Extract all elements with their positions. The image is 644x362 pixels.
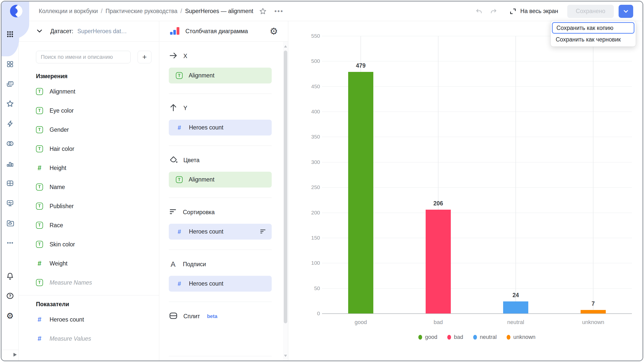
colors-field-chip[interactable]: T Alignment xyxy=(169,172,272,188)
section-filters: Фильтры xyxy=(159,356,283,360)
charts-icon[interactable] xyxy=(5,158,16,169)
breadcrumb-separator: / xyxy=(180,8,182,15)
add-field-button[interactable]: + xyxy=(138,51,151,63)
save-menu-item[interactable]: Сохранить как копию xyxy=(552,22,634,34)
text-field-icon: T xyxy=(176,72,183,79)
scroll-up-arrow[interactable] xyxy=(284,45,287,48)
colors-section-label: Цвета xyxy=(183,157,199,164)
labels-a-icon: A xyxy=(169,260,177,268)
apps-grid-icon[interactable] xyxy=(5,29,16,40)
datasets-circles-icon[interactable] xyxy=(5,138,16,149)
favorites-star-icon[interactable] xyxy=(5,98,16,109)
more-options-icon[interactable]: ••• xyxy=(274,7,284,15)
more-ellipsis-icon[interactable] xyxy=(5,237,16,248)
measures-list: # Heroes count # Measure Values xyxy=(36,310,151,348)
bell-icon[interactable] xyxy=(5,270,16,282)
chart-settings-gear-icon[interactable]: ⚙ xyxy=(270,27,278,36)
breadcrumb-item[interactable]: Коллекции и воркбуки xyxy=(39,8,98,15)
save-menu-item[interactable]: Сохранить как черновик xyxy=(552,34,634,45)
collapse-arrow-icon[interactable] xyxy=(12,351,18,359)
breadcrumb-item[interactable]: SuperHeroes — alignment xyxy=(185,8,253,15)
y-field-chip[interactable]: # Heroes count xyxy=(169,120,272,135)
dashboards-icon[interactable] xyxy=(5,59,16,70)
labels-section-label: Подписи xyxy=(183,261,206,268)
cloud-folder-icon[interactable] xyxy=(5,217,16,229)
legend-item-neutral[interactable]: neutral xyxy=(473,334,497,340)
dataset-field[interactable]: T Name xyxy=(36,177,151,197)
bar-chart-type-icon[interactable] xyxy=(169,25,180,38)
dataset-field[interactable]: # Weight xyxy=(36,254,151,273)
chart-legend: goodbadneutralunknown xyxy=(289,334,643,340)
y-axis-tick-label: 500 xyxy=(300,58,320,64)
arrow-right-icon xyxy=(169,51,178,61)
sort-section-label: Сортировка xyxy=(183,209,215,216)
dataset-field[interactable]: # Measure Values xyxy=(36,329,151,348)
dataset-label: Датасет: xyxy=(50,28,73,35)
x-axis-category-label: unknown xyxy=(568,319,618,326)
bar-neutral[interactable] xyxy=(503,301,528,313)
bar-good[interactable] xyxy=(348,72,373,313)
fullscreen-control[interactable]: На весь экран xyxy=(509,8,558,15)
y-axis-tick-label: 550 xyxy=(300,33,320,39)
chart-config-panel: Столбчатая диаграмма ⚙ X T Alignment Y xyxy=(159,21,288,360)
dataset-field[interactable]: T Publisher xyxy=(36,197,151,216)
sort-descending-icon[interactable] xyxy=(259,228,267,236)
text-field-icon: T xyxy=(36,279,43,286)
dataset-field[interactable]: T Hair color xyxy=(36,139,151,158)
dataset-field[interactable]: T Race xyxy=(36,216,151,235)
field-label: Heroes count xyxy=(50,316,84,323)
labels-field-chip[interactable]: # Heroes count xyxy=(169,276,272,292)
redo-icon[interactable] xyxy=(490,8,497,15)
dataset-field[interactable]: T Skin color xyxy=(36,235,151,254)
top-bar: Коллекции и воркбуки/Практические руково… xyxy=(2,2,642,21)
number-field-icon: # xyxy=(176,280,183,287)
dataset-name-link[interactable]: SuperHeroes dat… xyxy=(77,28,127,35)
legend-dot xyxy=(507,335,510,340)
field-label: Skin color xyxy=(50,241,75,248)
section-sort: Сортировка # Heroes count xyxy=(159,198,283,250)
monitoring-icon[interactable] xyxy=(5,198,16,209)
save-menu-button[interactable] xyxy=(619,5,633,18)
tables-icon[interactable] xyxy=(5,178,16,189)
collections-icon[interactable] xyxy=(5,78,16,89)
dataset-field[interactable]: T Alignment xyxy=(36,82,151,101)
field-search-input[interactable] xyxy=(36,51,131,63)
favorite-star-icon[interactable] xyxy=(259,7,267,15)
legend-item-bad[interactable]: bad xyxy=(447,334,463,340)
text-field-icon: T xyxy=(36,126,43,133)
undo-icon[interactable] xyxy=(475,8,482,15)
bar-bad[interactable] xyxy=(426,210,451,313)
config-sections: X T Alignment Y # Heroes count xyxy=(159,42,283,360)
dataset-field[interactable]: T Measure Names xyxy=(36,273,151,292)
bar-unknown[interactable] xyxy=(581,310,606,313)
scrollbar-thumb[interactable] xyxy=(284,51,287,323)
config-scrollbar[interactable] xyxy=(283,42,288,360)
text-field-icon: T xyxy=(36,107,43,114)
scroll-down-arrow[interactable] xyxy=(284,355,287,357)
field-label: Publisher xyxy=(50,203,74,210)
number-field-icon: # xyxy=(36,260,43,267)
dataset-field[interactable]: T Gender xyxy=(36,120,151,139)
x-field-chip[interactable]: T Alignment xyxy=(169,68,272,83)
dataset-field[interactable]: T Eye color xyxy=(36,101,151,120)
section-colors: Цвета T Alignment xyxy=(159,146,283,198)
legend-item-good[interactable]: good xyxy=(418,334,437,340)
dataset-field[interactable]: # Height xyxy=(36,158,151,177)
chart-type-label[interactable]: Столбчатая диаграмма xyxy=(185,28,270,35)
dataset-header[interactable]: Датасет: SuperHeroes dat… xyxy=(19,21,159,42)
field-label: Measure Values xyxy=(50,335,91,342)
settings-gear-icon[interactable]: ⚙ xyxy=(5,310,16,321)
legend-item-unknown[interactable]: unknown xyxy=(507,334,535,340)
help-icon[interactable]: ? xyxy=(5,290,16,301)
measures-header: Показатели xyxy=(36,301,151,308)
field-label: Measure Names xyxy=(50,279,92,286)
field-label: Alignment xyxy=(50,88,75,95)
saved-button[interactable]: Сохранено xyxy=(567,5,614,18)
breadcrumb-item[interactable]: Практические руководства xyxy=(105,8,177,15)
split-section-label: Сплит xyxy=(183,313,200,320)
sort-field-chip[interactable]: # Heroes count xyxy=(169,224,272,240)
dataset-field[interactable]: # Heroes count xyxy=(36,310,151,329)
connections-lightning-icon[interactable] xyxy=(5,118,16,129)
datalens-logo[interactable] xyxy=(10,5,23,17)
chart-canvas: goodbadneutralunknown 050100150200250300… xyxy=(289,21,642,360)
